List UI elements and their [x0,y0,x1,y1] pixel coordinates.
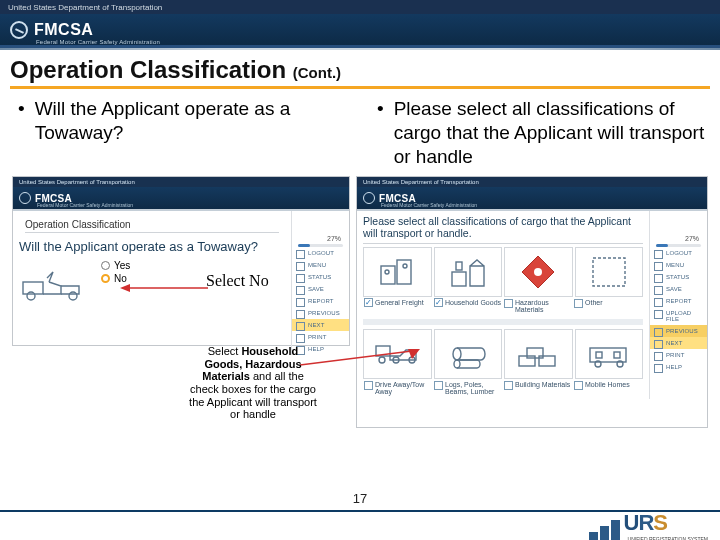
sidebar-status[interactable]: STATUS [650,271,707,283]
sidebar-print[interactable]: PRINT [650,349,707,361]
mini-browser-title: United States Department of Transportati… [19,179,135,185]
sidebar-help[interactable]: HELP [650,361,707,373]
svg-point-5 [385,270,389,274]
sidebar-status[interactable]: STATUS [292,271,349,283]
banner-title: FMCSA [34,22,93,38]
bullet-columns: • Will the Applicant operate as a Towawa… [10,97,710,168]
cargo-cell-hazmat[interactable] [504,247,573,297]
svg-point-15 [453,348,461,360]
sidebar-menu[interactable]: MENU [292,259,349,271]
label-mobile-homes[interactable]: Mobile Homes [573,379,643,397]
svg-point-2 [69,292,77,300]
heading-cont: (Cont.) [293,64,341,81]
bullet-dot-icon: • [377,97,384,168]
panel-sidebar: 27% LOGOUT MENU STATUS SAVE REPORT UPLOA… [649,211,707,399]
footer: URS UNIFIED REGISTRATION SYSTEM [0,510,720,540]
mini-banner: FMCSA Federal Motor Carrier Safety Admin… [357,187,707,209]
cargo-cell-building[interactable] [504,329,573,379]
cargo-cell-logs[interactable] [434,329,503,379]
sidebar-next[interactable]: NEXT [650,337,707,349]
mini-logo-icon [363,192,375,204]
sidebar-report[interactable]: REPORT [650,295,707,307]
svg-point-16 [454,360,460,368]
svg-rect-3 [381,266,395,284]
sidebar-logout[interactable]: LOGOUT [292,247,349,259]
cargo-cell-household-goods[interactable] [434,247,503,297]
cargo-cell-other[interactable] [575,247,644,297]
urs-subtitle: UNIFIED REGISTRATION SYSTEM [628,536,708,540]
mini-banner: FMCSA Federal Motor Carrier Safety Admin… [13,187,349,209]
svg-rect-10 [593,258,625,286]
sidebar-previous[interactable]: PREVIOUS [650,325,707,337]
page-title: Operation Classification (Cont.) [10,56,710,89]
svg-point-1 [27,292,35,300]
sidebar-report[interactable]: REPORT [292,295,349,307]
svg-rect-8 [456,262,462,270]
sidebar-save[interactable]: SAVE [650,283,707,295]
cargo-panel: United States Department of Transportati… [356,176,708,428]
svg-marker-28 [408,349,420,359]
cargo-labels-row1: General Freight Household Goods Hazardou… [359,297,647,315]
mini-logo-icon [19,192,31,204]
cargo-cell-mobile-homes[interactable] [575,329,644,379]
heading-main: Operation Classification [10,56,286,83]
right-bullet-text: Please select all classifications of car… [394,97,710,168]
label-hazmat[interactable]: Hazardous Materials [503,297,573,315]
label-building[interactable]: Building Materials [503,379,573,397]
cargo-question: Please select all classifications of car… [359,213,647,243]
radio-circle-icon [101,261,110,270]
label-general-freight[interactable]: General Freight [363,297,433,315]
urs-text: URS [624,510,667,535]
radio-yes-label: Yes [114,260,130,271]
cargo-band [363,319,643,325]
section-label: Operation Classification [19,215,285,232]
arrow-to-no [120,278,210,296]
svg-point-6 [403,264,407,268]
screenshot-panels: United States Department of Transportati… [10,176,710,428]
annotation-callout: Select Household Goods, Hazardous Materi… [188,345,318,421]
sidebar-print[interactable]: PRINT [292,331,349,343]
svg-rect-7 [452,272,466,286]
page-number: 17 [0,491,720,506]
tow-truck-icon [19,264,89,306]
left-bullet-text: Will the Applicant operate as a Towaway? [35,97,351,145]
label-logs[interactable]: Logs, Poles, Beams, Lumber [433,379,503,397]
label-driveaway[interactable]: Drive Away/Tow Away [363,379,433,397]
banner-subtitle: Federal Motor Carrier Safety Administrat… [36,39,160,45]
mini-banner-sub: Federal Motor Carrier Safety Administrat… [37,202,133,208]
svg-rect-24 [614,352,620,358]
progress-pct: 27% [292,233,349,242]
cargo-grid-row1 [359,247,647,297]
radio-circle-icon [101,274,110,283]
towaway-panel: United States Department of Transportati… [12,176,350,346]
sidebar-upload[interactable]: UPLOAD FILE [650,307,707,325]
svg-marker-26 [120,284,130,292]
svg-point-9 [534,268,542,276]
label-household-goods[interactable]: Household Goods [433,297,503,315]
urs-logo: URS UNIFIED REGISTRATION SYSTEM [589,510,708,540]
label-other[interactable]: Other [573,297,643,315]
cargo-labels-row2: Drive Away/Tow Away Logs, Poles, Beams, … [359,379,647,397]
annotation-select-no: Select No [206,272,269,290]
sidebar-previous[interactable]: PREVIOUS [292,307,349,319]
browser-title: United States Department of Transportati… [8,3,162,12]
mini-browser-bar: United States Department of Transportati… [357,177,707,187]
radio-yes[interactable]: Yes [101,260,130,271]
sidebar-save[interactable]: SAVE [292,283,349,295]
right-bullet: • Please select all classifications of c… [369,97,710,168]
mini-browser-bar: United States Department of Transportati… [13,177,349,187]
urs-bar-icon [589,532,598,540]
urs-bar-icon [600,526,609,540]
sidebar-menu[interactable]: MENU [650,259,707,271]
sidebar-logout[interactable]: LOGOUT [650,247,707,259]
bullet-dot-icon: • [18,97,25,145]
fmcsa-banner: FMCSA Federal Motor Carrier Safety Admin… [0,14,720,48]
sidebar-next[interactable]: NEXT [292,319,349,331]
left-bullet: • Will the Applicant operate as a Towawa… [10,97,351,145]
arrow-to-cargo [300,349,420,373]
progress-pct: 27% [650,233,707,242]
browser-bar: United States Department of Transportati… [0,0,720,14]
cargo-cell-general-freight[interactable] [363,247,432,297]
urs-bar-icon [611,520,620,540]
mini-banner-sub: Federal Motor Carrier Safety Administrat… [381,202,477,208]
